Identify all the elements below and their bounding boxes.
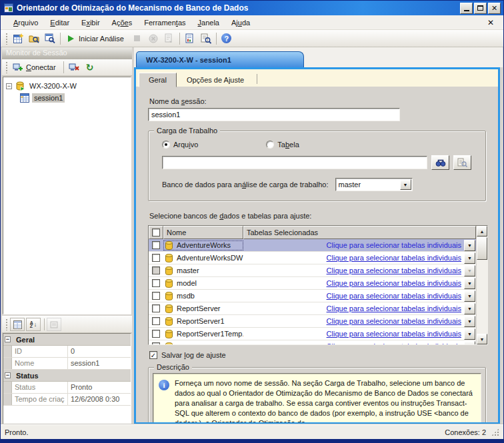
collapse-icon[interactable]: − [5,336,11,342]
tree-server-label[interactable]: WX-3200-X-W [27,81,79,91]
row-checkbox[interactable] [152,266,160,274]
row-checkbox[interactable] [152,254,160,262]
table-row[interactable]: Clique para selecionar tabelas individua… [149,340,476,344]
row-dropdown-icon[interactable]: ▼ [464,316,475,327]
new-session-button[interactable] [10,31,26,46]
view-file-button[interactable] [453,155,471,170]
table-row[interactable]: msdbClique para selecionar tabelas indiv… [149,290,476,302]
table-row[interactable]: ReportServer1Temp...Clique para selecion… [149,328,476,340]
maximize-button[interactable] [474,3,487,14]
property-row[interactable]: StatusPronto [3,382,131,394]
table-scrollbar[interactable]: ▲ ▼ [476,226,487,344]
row-checkbox[interactable] [152,330,160,338]
select-all-checkbox[interactable] [152,228,160,236]
tree-session-label[interactable]: session1 [32,93,65,103]
save-log-row[interactable]: ✓ Salvar log de ajuste [149,351,486,359]
session-tree[interactable]: − WX-3200-X-W session1 [3,77,131,314]
menu-item-6[interactable]: Ajuda [225,17,256,29]
select-tables-link[interactable]: Clique para selecionar tabelas individua… [327,279,461,287]
header-selected-tables[interactable]: Tabelas Selecionadas [243,226,476,239]
row-dropdown-icon[interactable]: ▼ [464,341,475,345]
tab-general[interactable]: Geral [139,73,177,87]
row-dropdown-icon[interactable]: ▼ [464,278,475,289]
categorized-button[interactable] [10,318,25,331]
reports-button[interactable] [182,31,198,46]
radio-file[interactable]: Arquivo [162,141,198,149]
header-checkbox-cell[interactable] [149,226,163,239]
select-tables-link[interactable]: Clique para selecionar tabelas individua… [327,241,461,249]
menu-item-3[interactable]: Ações [106,17,139,29]
row-checkbox[interactable] [152,241,160,249]
workload-file-input[interactable] [162,156,427,169]
alphabetical-sort-button[interactable]: AZ↓ [26,318,41,331]
scroll-track[interactable] [477,260,487,334]
table-row[interactable]: AdventureWorksDWClique para selecionar t… [149,252,476,264]
menu-item-1[interactable]: Editar [44,17,75,29]
row-checkbox[interactable] [152,317,160,325]
resize-grip-icon[interactable] [491,428,499,436]
title-bar[interactable]: Orientador de Otimização do Mecanismo de… [1,1,503,15]
minimize-button[interactable] [460,3,473,14]
menu-item-2[interactable]: Exibir [75,17,106,29]
select-tables-link[interactable]: Clique para selecionar tabelas individua… [327,317,461,325]
table-row[interactable]: masterClique para selecionar tabelas ind… [149,264,476,277]
session-name-input[interactable] [148,108,400,121]
workload-db-combo[interactable]: master ▼ [335,178,413,191]
menu-item-0[interactable]: Arquivo [7,17,44,29]
row-dropdown-icon[interactable]: ▼ [464,240,475,251]
combo-dropdown-icon[interactable]: ▼ [400,179,411,190]
table-row[interactable]: AdventureWorksClique para selecionar tab… [149,239,476,252]
row-checkbox[interactable] [152,292,160,300]
select-tables-link[interactable]: Clique para selecionar tabelas individua… [327,266,461,274]
select-tables-link[interactable]: Clique para selecionar tabelas individua… [327,330,461,338]
property-category[interactable]: −Status [3,370,131,382]
open-workload-button[interactable] [26,31,42,46]
session-monitor-toolbar: Conectar ↻ [2,59,132,76]
tree-server-row[interactable]: − WX-3200-X-W [5,80,129,92]
scroll-down-icon[interactable]: ▼ [477,334,487,344]
menu-item-4[interactable]: Ferramentas [138,17,191,29]
scroll-up-icon[interactable]: ▲ [477,226,487,236]
help-button[interactable]: ? [219,31,235,46]
menu-item-5[interactable]: Janela [192,17,225,29]
table-row[interactable]: ReportServer1Clique para selecionar tabe… [149,315,476,328]
row-dropdown-icon[interactable]: ▼ [464,328,475,340]
select-tables-link[interactable]: Clique para selecionar tabelas individua… [327,342,461,344]
browse-file-button[interactable] [431,155,449,170]
collapse-icon[interactable]: − [6,83,12,89]
table-row[interactable]: ReportServerClique para selecionar tabel… [149,302,476,315]
tuning-options-button[interactable] [198,31,214,46]
property-category[interactable]: −Geral [3,334,131,346]
row-dropdown-icon[interactable]: ▼ [464,290,475,302]
row-checkbox[interactable] [152,342,160,344]
property-row[interactable]: ID0 [3,346,131,358]
tab-tuning-options[interactable]: Opções de Ajuste [177,73,253,87]
row-dropdown-icon[interactable]: ▼ [464,265,475,276]
connect-button[interactable]: Conectar [10,60,61,75]
radio-table[interactable]: Tabela [266,141,299,149]
row-dropdown-icon[interactable]: ▼ [464,303,475,314]
disconnect-button[interactable] [66,60,82,75]
header-name[interactable]: Nome [163,226,243,239]
row-dropdown-icon[interactable]: ▼ [464,252,475,264]
select-tables-link[interactable]: Clique para selecionar tabelas individua… [327,304,461,312]
start-analysis-button[interactable]: Iniciar Análise [63,31,129,46]
select-tables-link[interactable]: Clique para selecionar tabelas individua… [327,292,461,300]
view-workload-button[interactable] [42,31,58,46]
close-button[interactable]: ✕ [488,3,501,14]
property-row[interactable]: Nomesession1 [3,358,131,370]
row-checkbox[interactable] [152,279,160,287]
document-tab[interactable]: WX-3200-X-W - session1 [136,51,304,68]
row-checkbox[interactable] [152,304,160,312]
radio-file-circle[interactable] [162,141,170,149]
select-tables-link[interactable]: Clique para selecionar tabelas individua… [327,254,461,262]
property-row[interactable]: Tempo de criaç12/6/2008 0:30 [3,394,131,406]
scroll-thumb[interactable] [477,237,487,260]
table-row[interactable]: modelClique para selecionar tabelas indi… [149,277,476,290]
collapse-icon[interactable]: − [5,372,11,378]
save-log-checkbox[interactable]: ✓ [149,351,157,359]
document-close-icon[interactable]: ✕ [482,18,499,27]
tree-session-row[interactable]: session1 [5,92,129,104]
refresh-button[interactable]: ↻ [82,60,98,75]
radio-table-circle[interactable] [266,141,274,149]
